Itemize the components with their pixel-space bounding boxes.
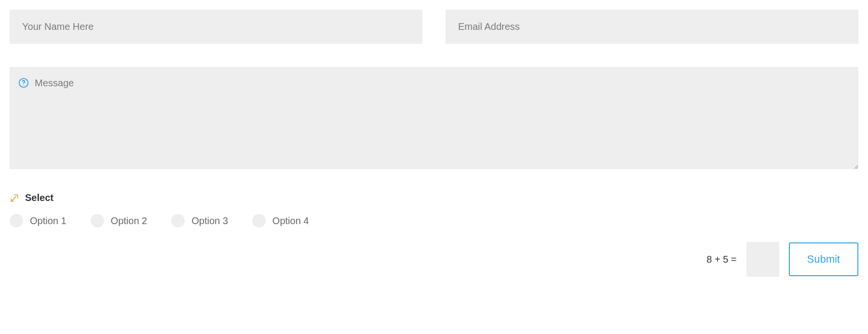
message-textarea[interactable]	[10, 67, 858, 169]
radio-icon	[91, 214, 104, 227]
option-1[interactable]: Option 1	[10, 214, 67, 227]
option-3[interactable]: Option 3	[171, 214, 228, 227]
captcha-question: 8 + 5 =	[706, 254, 736, 265]
radio-icon	[171, 214, 185, 227]
radio-icon	[252, 214, 266, 227]
message-wrapper	[10, 67, 858, 169]
submit-button[interactable]: Submit	[789, 242, 858, 276]
email-input[interactable]	[446, 10, 858, 44]
captcha-input[interactable]	[746, 242, 779, 277]
option-label: Option 1	[30, 215, 67, 227]
option-4[interactable]: Option 4	[252, 214, 309, 227]
form-footer: 8 + 5 = Submit	[10, 242, 858, 277]
select-label-row: Select	[10, 192, 858, 203]
options-row: Option 1 Option 2 Option 3 Option 4	[10, 214, 858, 227]
select-arrow-icon	[10, 193, 19, 203]
top-input-row	[10, 10, 858, 44]
option-label: Option 3	[191, 215, 228, 227]
radio-icon	[10, 214, 23, 227]
option-2[interactable]: Option 2	[91, 214, 148, 227]
contact-form: Select Option 1 Option 2 Option 3 Option…	[10, 10, 858, 277]
select-section: Select Option 1 Option 2 Option 3 Option…	[10, 192, 858, 227]
option-label: Option 4	[272, 215, 309, 227]
option-label: Option 2	[111, 215, 148, 227]
name-input[interactable]	[10, 10, 422, 44]
select-label: Select	[25, 192, 54, 203]
